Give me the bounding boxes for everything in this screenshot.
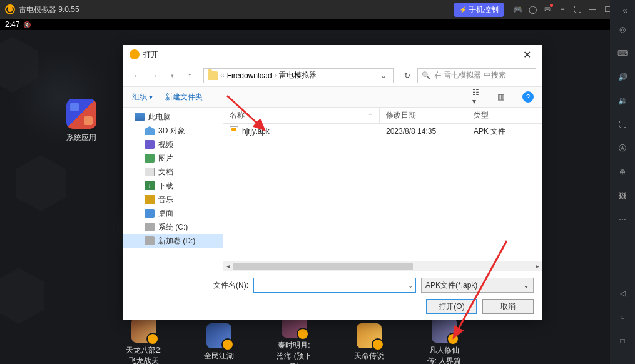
game-shortcut[interactable]: 凡人修仙传: 人界篇 xyxy=(425,318,463,364)
compass-icon[interactable]: ◎ xyxy=(616,23,629,36)
tree-3d-objects[interactable]: 3D 对象 xyxy=(123,124,223,138)
scroll-right-icon[interactable]: ► xyxy=(532,261,542,271)
system-apps-shortcut[interactable]: 系统应用 xyxy=(56,99,106,143)
breadcrumb-sep: › xyxy=(275,72,277,79)
tree-downloads[interactable]: 下载 xyxy=(123,179,223,193)
nav-forward-icon: → xyxy=(147,68,162,83)
app-logo xyxy=(5,4,15,14)
emulator-sidebar: « ◎ ⌨ 🔊 🔉 ⛶ Ⓐ ⊕ 🖼 ⋯ ◁ ○ □ xyxy=(610,0,635,364)
breadcrumb-sep: ‹‹ xyxy=(220,72,225,79)
breadcrumb[interactable]: Firedownload xyxy=(227,71,272,80)
preview-pane-icon[interactable]: ▥ xyxy=(497,92,510,102)
keyboard-icon[interactable]: ⌨ xyxy=(616,46,629,60)
nav-back-icon[interactable]: ← xyxy=(130,68,145,83)
game-taskbar: 天龙八部2: 飞龙战天 全民江湖 秦时明月: 沧海 (预下载) 天命传说 凡人修… xyxy=(0,320,610,364)
list-rows[interactable]: hjrjy.apk 2023/8/8 14:35 APK 文件 xyxy=(223,124,542,261)
home-icon[interactable]: ○ xyxy=(616,310,629,324)
horizontal-scrollbar[interactable]: ◄ ► xyxy=(223,261,542,271)
tree-drive-d[interactable]: 新加卷 (D:) xyxy=(123,234,223,248)
gamepad-icon[interactable]: 🎮 xyxy=(510,2,525,17)
column-date[interactable]: 修改日期 xyxy=(380,108,467,123)
filename-label: 文件名(N): xyxy=(213,280,248,291)
open-button[interactable]: 打开(O) xyxy=(426,299,477,314)
cancel-button[interactable]: 取消 xyxy=(482,299,534,314)
tree-music[interactable]: 音乐 xyxy=(123,193,223,206)
new-folder-button[interactable]: 新建文件夹 xyxy=(165,92,203,103)
sort-icon: ⌃ xyxy=(368,113,373,119)
tree-this-pc[interactable]: 此电脑 xyxy=(123,110,223,124)
android-statusbar: 2:47 🔇 ▾ ◢ ▮ xyxy=(0,19,635,30)
back-icon[interactable]: ◁ xyxy=(616,286,629,300)
filetype-select[interactable]: APK文件(*.apk)⌄ xyxy=(421,278,534,293)
scroll-thumb[interactable] xyxy=(233,263,413,270)
volume-down-icon[interactable]: 🔉 xyxy=(616,94,629,108)
dialog-title: 打开 xyxy=(143,49,158,60)
target-icon[interactable]: Ⓐ xyxy=(616,141,629,155)
file-open-dialog: 打开 ✕ ← → ▾ ↑ ‹‹ Firedownload › 雷电模拟器 ⌄ ↻… xyxy=(123,45,542,320)
user-icon[interactable]: ◯ xyxy=(525,2,540,17)
status-time: 2:47 xyxy=(5,20,19,29)
collapse-icon[interactable]: « xyxy=(622,5,627,15)
dialog-logo xyxy=(130,49,140,59)
dialog-navbar: ← → ▾ ↑ ‹‹ Firedownload › 雷电模拟器 ⌄ ↻ 在 雷电… xyxy=(123,64,542,86)
screenshot-icon[interactable]: 🖼 xyxy=(616,189,629,203)
help-icon[interactable]: ? xyxy=(522,91,534,103)
folder-icon xyxy=(208,71,218,80)
address-bar[interactable]: ‹‹ Firedownload › 雷电模拟器 ⌄ xyxy=(203,68,394,83)
tree-videos[interactable]: 视频 xyxy=(123,138,223,151)
view-mode-icon[interactable]: ☷ ▾ xyxy=(472,92,485,102)
address-dropdown-icon[interactable]: ⌄ xyxy=(377,71,390,80)
game-shortcut[interactable]: 全民江湖 xyxy=(200,323,238,361)
tree-drive-c[interactable]: 系统 (C:) xyxy=(123,220,223,234)
game-shortcut[interactable]: 天龙八部2: 飞龙战天 xyxy=(125,318,163,364)
column-type[interactable]: 类型 xyxy=(467,108,542,123)
nav-up-icon[interactable]: ↑ xyxy=(182,68,197,83)
app-titlebar: 雷电模拟器 9.0.55 手机控制 🎮 ◯ ✉ ≡ ⛶ — ☐ ✕ xyxy=(0,0,635,19)
dropdown-icon[interactable]: ⌄ xyxy=(408,282,413,289)
fullscreen-icon[interactable]: ⛶ xyxy=(570,2,585,17)
tree-documents[interactable]: 文档 xyxy=(123,165,223,179)
game-shortcut[interactable]: 天命传说 xyxy=(350,323,388,361)
app-title: 雷电模拟器 9.0.55 xyxy=(19,4,454,15)
mute-icon: 🔇 xyxy=(23,21,31,28)
folder-tree[interactable]: 此电脑 3D 对象 视频 图片 文档 下载 音乐 桌面 系统 (C:) 新加卷 … xyxy=(123,108,223,271)
dialog-close-button[interactable]: ✕ xyxy=(517,49,536,61)
search-input[interactable]: 在 雷电模拟器 中搜索 xyxy=(417,68,536,83)
dialog-titlebar: 打开 ✕ xyxy=(123,45,542,64)
install-icon[interactable]: ⊕ xyxy=(616,165,629,179)
system-apps-icon xyxy=(66,99,96,129)
minimize-icon[interactable]: — xyxy=(585,2,600,17)
apk-file-icon xyxy=(230,126,238,136)
dialog-footer: 文件名(N): ⌄ APK文件(*.apk)⌄ 打开(O) 取消 xyxy=(123,271,542,320)
tree-pictures[interactable]: 图片 xyxy=(123,151,223,165)
nav-recent-icon[interactable]: ▾ xyxy=(165,68,180,83)
file-row[interactable]: hjrjy.apk 2023/8/8 14:35 APK 文件 xyxy=(223,124,542,139)
breadcrumb[interactable]: 雷电模拟器 xyxy=(279,70,317,81)
file-list: 名称⌃ 修改日期 类型 hjrjy.apk 2023/8/8 14:35 APK… xyxy=(223,108,542,271)
volume-up-icon[interactable]: 🔊 xyxy=(616,70,629,84)
menu-icon[interactable]: ≡ xyxy=(555,2,570,17)
tree-desktop[interactable]: 桌面 xyxy=(123,206,223,220)
column-name[interactable]: 名称⌃ xyxy=(223,108,380,123)
list-header[interactable]: 名称⌃ 修改日期 类型 xyxy=(223,108,542,124)
more-icon[interactable]: ⋯ xyxy=(616,213,629,226)
scroll-left-icon[interactable]: ◄ xyxy=(223,261,233,271)
filename-input[interactable]: ⌄ xyxy=(253,278,416,293)
shortcut-label: 系统应用 xyxy=(56,133,106,143)
fullscreen-icon[interactable]: ⛶ xyxy=(616,118,629,131)
recent-icon[interactable]: □ xyxy=(616,334,629,348)
dialog-toolbar: 组织 ▾ 新建文件夹 ☷ ▾ ▥ ? xyxy=(123,86,542,108)
phone-control-button[interactable]: 手机控制 xyxy=(454,3,504,17)
organize-button[interactable]: 组织 ▾ xyxy=(132,92,153,103)
mail-icon[interactable]: ✉ xyxy=(540,2,555,17)
refresh-icon[interactable]: ↻ xyxy=(400,71,415,80)
